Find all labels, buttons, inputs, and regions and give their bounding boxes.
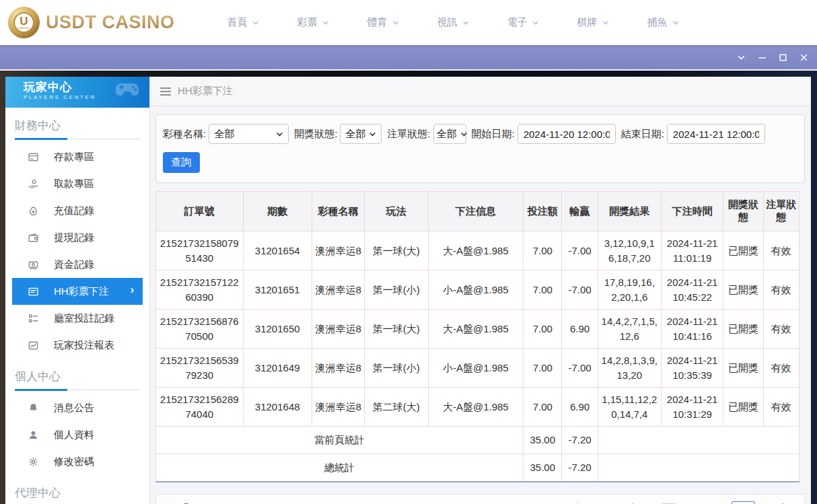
column-header: 下注信息 bbox=[428, 192, 524, 231]
cell-order-no: 2152173215653979230 bbox=[156, 349, 244, 388]
search-button[interactable]: 查詢 bbox=[163, 152, 200, 173]
sidebar-menu-item[interactable]: 修改密碼 bbox=[12, 448, 143, 475]
cell-draw-result: 14,4,2,7,1,5,12,6 bbox=[598, 310, 661, 349]
cell-bet-info: 大-A盤@1.985 bbox=[428, 310, 524, 349]
sidebar-menu-item[interactable]: 資金記錄 bbox=[12, 251, 143, 278]
sidebar-section-finance: 財務中心 bbox=[15, 118, 140, 133]
sidebar-menu-item[interactable]: 存款專區 bbox=[12, 143, 143, 170]
nav-item-label: 彩票 bbox=[297, 16, 318, 29]
minimize-icon[interactable] bbox=[752, 45, 773, 69]
nav-item[interactable]: 視訊 bbox=[419, 16, 489, 29]
sidebar-item-label: 取款專區 bbox=[54, 178, 94, 190]
gamepad-icon bbox=[114, 79, 140, 102]
menu-icon[interactable] bbox=[160, 87, 171, 96]
cell-draw-status: 已開獎 bbox=[723, 388, 763, 427]
cell-period: 31201650 bbox=[243, 310, 312, 349]
chevron-down-icon bbox=[460, 131, 468, 138]
cell-draw-result: 3,12,10,9,16,18,7,20 bbox=[598, 231, 661, 271]
cell-lottery-name: 澳洲幸运8 bbox=[312, 271, 364, 310]
sidebar-menu-item[interactable]: 個人資料 bbox=[12, 421, 143, 448]
table-row: 2152173215653979230 31201649 澳洲幸运8 第一球(小… bbox=[156, 349, 800, 388]
cell-play-type: 第二球(大) bbox=[365, 388, 428, 427]
cell-order-status: 有效 bbox=[763, 231, 799, 271]
pagination: 共5条 首页 上一页 [1] 下一页 第 页 跳转 bbox=[573, 501, 795, 504]
nav-item[interactable]: 棋牌 bbox=[559, 16, 629, 29]
top-nav: 首頁 彩票 體育 視訊 電子 bbox=[209, 16, 699, 29]
nav-item[interactable]: 首頁 bbox=[209, 16, 279, 29]
nav-item[interactable]: 體育 bbox=[349, 16, 419, 29]
grand-summary-win-loss: -7.20 bbox=[562, 454, 598, 481]
sidebar-menu-item[interactable]: 充值記錄 bbox=[12, 197, 143, 224]
cell-bet-info: 小-A盤@1.985 bbox=[428, 271, 524, 310]
nav-item-label: 電子 bbox=[507, 16, 528, 29]
nav-item[interactable]: 電子 bbox=[489, 16, 559, 29]
cell-order-no: 2152173215807951430 bbox=[156, 231, 244, 271]
deposit-icon bbox=[28, 151, 39, 163]
lottery-bet-icon bbox=[28, 286, 39, 297]
recharge-record-icon bbox=[28, 205, 39, 217]
cell-win-loss: -7.00 bbox=[562, 271, 598, 310]
cell-order-no: 2152173215712260390 bbox=[156, 271, 244, 310]
column-header: 彩種名稱 bbox=[312, 192, 364, 231]
sidebar-header: 玩家中心 PLAYERS CENTER bbox=[5, 77, 149, 108]
sidebar-menu-item[interactable]: 消息公告 bbox=[12, 394, 143, 421]
cell-order-status: 有效 bbox=[763, 388, 799, 427]
cell-play-type: 第一球(大) bbox=[365, 231, 428, 271]
start-date-input[interactable] bbox=[518, 124, 616, 144]
sidebar-item-label: 玩家投注報表 bbox=[54, 339, 114, 352]
nav-item[interactable]: 捕魚 bbox=[629, 16, 699, 29]
user-icon bbox=[28, 429, 39, 441]
cell-bet-amount: 7.00 bbox=[524, 231, 562, 271]
page-summary-row: 當前頁統計 35.00 -7.20 bbox=[156, 427, 800, 454]
window-titlebar[interactable] bbox=[0, 45, 817, 69]
sidebar-item-label: 消息公告 bbox=[54, 402, 94, 415]
cell-draw-status: 已開獎 bbox=[723, 231, 763, 271]
logo[interactable]: U CASINO USDT CASINO bbox=[8, 7, 175, 38]
section-underline bbox=[15, 390, 140, 390]
grand-summary-row: 總統計 35.00 -7.20 bbox=[156, 454, 800, 481]
end-date-input[interactable] bbox=[667, 124, 765, 144]
nav-item-label: 體育 bbox=[367, 16, 388, 29]
sidebar-item-label: 存款專區 bbox=[54, 151, 94, 164]
cell-order-status: 有效 bbox=[763, 310, 799, 349]
cell-play-type: 第一球(小) bbox=[365, 271, 428, 310]
close-icon[interactable] bbox=[793, 45, 814, 69]
table-header-row: 訂單號 期數 彩種名稱 玩法 下注信息 bbox=[156, 192, 800, 231]
cell-win-loss: -7.00 bbox=[562, 349, 598, 388]
cell-bet-info: 小-A盤@1.985 bbox=[428, 349, 524, 388]
cell-bet-info: 大-A盤@1.985 bbox=[428, 231, 524, 271]
sidebar-menu-item[interactable]: 玩家投注報表 bbox=[12, 332, 143, 359]
cell-draw-result: 17,8,19,16,2,20,1,6 bbox=[598, 271, 661, 310]
nav-item-label: 視訊 bbox=[437, 16, 458, 29]
lottery-name-select[interactable]: 全部 bbox=[209, 124, 289, 144]
nav-item[interactable]: 彩票 bbox=[279, 16, 349, 29]
start-date-label: 開始日期: bbox=[472, 128, 515, 141]
grand-summary-bet-total: 35.00 bbox=[524, 454, 562, 481]
cell-draw-status: 已開獎 bbox=[723, 271, 763, 310]
sidebar-menu-item[interactable]: 廳室投註記錄 bbox=[12, 305, 143, 332]
logo-ball-caption: CASINO bbox=[17, 27, 30, 30]
sidebar-menu-item[interactable]: HH彩票下注 bbox=[12, 278, 143, 305]
chevron-down-icon bbox=[276, 131, 283, 138]
draw-status-select[interactable]: 全部 bbox=[340, 124, 382, 144]
sidebar-item-label: HH彩票下注 bbox=[54, 285, 109, 298]
draw-status-label: 開獎狀態: bbox=[294, 128, 337, 141]
cell-draw-result: 1,15,11,12,20,14,7,4 bbox=[598, 388, 661, 427]
cell-order-status: 有效 bbox=[763, 349, 799, 388]
cell-period: 31201654 bbox=[243, 231, 312, 271]
bets-table-wrap: 訂單號 期數 彩種名稱 玩法 下注信息 bbox=[155, 191, 805, 482]
breadcrumb: HH彩票下注 bbox=[150, 77, 811, 106]
gear-icon bbox=[28, 456, 39, 468]
window-chevron-down-icon[interactable] bbox=[731, 45, 752, 69]
column-header: 開獎結果 bbox=[598, 192, 661, 231]
maximize-icon[interactable] bbox=[773, 45, 793, 69]
sidebar-section-personal: 個人中心 bbox=[15, 369, 140, 384]
draw-status-value: 全部 bbox=[345, 128, 365, 141]
content-body: 彩種名稱: 全部 開獎狀態: 全部 注單狀態: bbox=[150, 106, 811, 504]
order-status-select[interactable]: 全部 bbox=[433, 124, 466, 144]
jump-page-input[interactable] bbox=[732, 501, 755, 504]
table-row: 2152173215712260390 31201651 澳洲幸运8 第一球(小… bbox=[156, 271, 800, 310]
sidebar-menu-item[interactable]: 提現記錄 bbox=[12, 224, 143, 251]
sidebar-item-label: 個人資料 bbox=[54, 429, 94, 441]
sidebar-menu-item[interactable]: 取款專區 bbox=[12, 170, 143, 197]
